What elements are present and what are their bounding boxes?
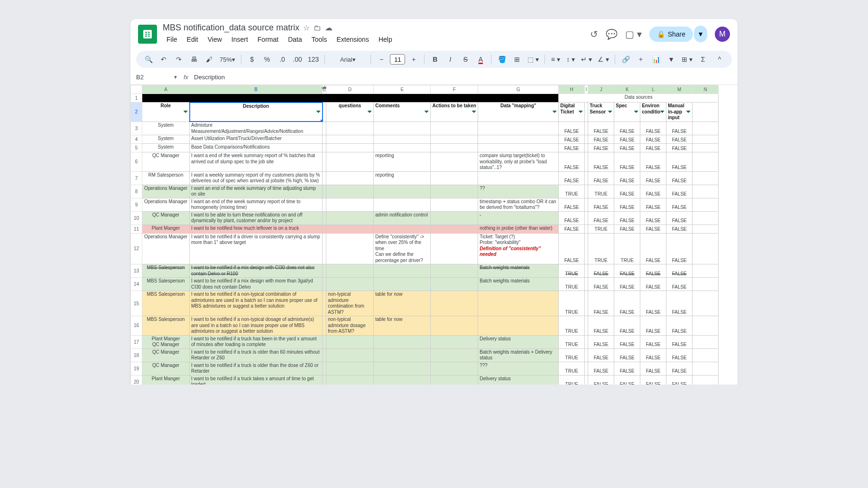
cell-mapping[interactable] — [478, 144, 559, 152]
increase-decimal-button[interactable]: .00 — [291, 53, 304, 66]
cell-description[interactable]: I want to be able to turn these notifica… — [190, 211, 323, 225]
cell-h[interactable]: FALSE — [559, 122, 585, 135]
row-header-20[interactable]: 20 — [131, 375, 142, 385]
header-truck-sensor[interactable]: Truck Sensor⏷ — [588, 103, 614, 122]
redo-button[interactable]: ↷ — [172, 53, 185, 66]
cell-description[interactable]: I want to be notified if a truck is olde… — [190, 348, 323, 362]
row-header-5[interactable]: 5 — [131, 144, 142, 152]
cell-actions[interactable] — [431, 335, 478, 348]
cell-k[interactable]: TRUE — [614, 233, 640, 264]
more-formats-button[interactable]: 123 — [306, 53, 321, 66]
row-header-18[interactable]: 18 — [131, 348, 142, 362]
cell-h[interactable]: TRUE — [559, 316, 585, 336]
cell-j[interactable]: FALSE — [588, 348, 614, 362]
cell-j[interactable]: FALSE — [588, 144, 614, 152]
cell-m[interactable]: FALSE — [666, 171, 693, 185]
cell-actions[interactable] — [431, 171, 478, 185]
cell-j[interactable]: FALSE — [588, 152, 614, 172]
row-header-7[interactable]: 7 — [131, 171, 142, 185]
cell-questions[interactable] — [326, 152, 374, 172]
cell-l[interactable]: FALSE — [640, 171, 666, 185]
cell-m[interactable]: FALSE — [666, 233, 693, 264]
cell-j[interactable]: TRUE — [588, 185, 614, 198]
cell-k[interactable]: FALSE — [614, 362, 640, 375]
cell-questions[interactable] — [326, 233, 374, 264]
cell-k[interactable]: FALSE — [614, 375, 640, 385]
cell-h[interactable]: TRUE — [559, 278, 585, 291]
cell-m[interactable]: FALSE — [666, 291, 693, 316]
cell-description[interactable]: Asset Utilization Plant/Truck/Driver/Bat… — [190, 135, 323, 144]
cell-mapping[interactable]: Batch weights materials — [478, 264, 559, 278]
cell-mapping[interactable] — [478, 135, 559, 144]
cell-l[interactable]: FALSE — [640, 135, 666, 144]
cell-comments[interactable] — [374, 264, 431, 278]
cell-k[interactable]: FALSE — [614, 152, 640, 172]
cell-questions[interactable] — [326, 122, 374, 135]
cell-h[interactable]: FALSE — [559, 198, 585, 211]
cell-j[interactable]: FALSE — [588, 171, 614, 185]
cell-j[interactable]: FALSE — [588, 375, 614, 385]
cell-role[interactable]: System — [142, 122, 190, 135]
menu-view[interactable]: View — [204, 34, 226, 45]
cell-h[interactable]: TRUE — [559, 375, 585, 385]
cell-description[interactable]: I want to be notified if a non-typical c… — [190, 291, 323, 316]
filter-icon[interactable]: ⏷ — [686, 109, 691, 115]
filter-icon[interactable]: ⏷ — [608, 109, 613, 115]
cell-actions[interactable] — [431, 185, 478, 198]
row-header-3[interactable]: 3 — [131, 122, 142, 135]
cell-mapping[interactable] — [478, 122, 559, 135]
cell-description[interactable]: I want to be notified if a truck is olde… — [190, 362, 323, 375]
zoom-select[interactable]: 75% ▾ — [218, 53, 237, 66]
row-header-14[interactable]: 14 — [131, 278, 142, 291]
cell-description[interactable]: Base Data Comparisons/Notifications — [190, 144, 323, 152]
cell-k[interactable]: FALSE — [614, 348, 640, 362]
cell-l[interactable]: FALSE — [640, 144, 666, 152]
cell-questions[interactable] — [326, 348, 374, 362]
cell-h[interactable]: TRUE — [559, 362, 585, 375]
cell-actions[interactable] — [431, 278, 478, 291]
filter-icon[interactable]: ⏷ — [660, 109, 665, 115]
comment-icon[interactable]: 💬 — [606, 28, 618, 40]
cell-questions[interactable] — [326, 144, 374, 152]
cell-questions[interactable] — [326, 225, 374, 233]
cell-comments[interactable]: table for now — [374, 316, 431, 336]
cell-role[interactable]: Operations Manager — [142, 233, 190, 264]
cell-j[interactable]: FALSE — [588, 291, 614, 316]
cell-description[interactable]: I want to be notified if a truck has bee… — [190, 335, 323, 348]
cell-role[interactable]: QC Manager — [142, 348, 190, 362]
cell-h[interactable]: FALSE — [559, 152, 585, 172]
cell-m[interactable]: FALSE — [666, 278, 693, 291]
cell-k[interactable]: FALSE — [614, 316, 640, 336]
cell-h[interactable]: FALSE — [559, 144, 585, 152]
filter-icon[interactable]: ⏷ — [634, 109, 639, 115]
cell-m[interactable]: FALSE — [666, 211, 693, 225]
merge-button[interactable]: ⬚ ▾ — [526, 53, 541, 66]
filter-icon[interactable]: ⏷ — [367, 109, 372, 115]
cell-m[interactable]: FALSE — [666, 122, 693, 135]
cell-j[interactable]: FALSE — [588, 278, 614, 291]
sheets-logo[interactable] — [138, 25, 157, 44]
cell-l[interactable]: FALSE — [640, 152, 666, 172]
cell-role[interactable]: Operations Manager — [142, 198, 190, 211]
wrap-button[interactable]: ↵ ▾ — [579, 53, 594, 66]
menu-edit[interactable]: Edit — [183, 34, 202, 45]
cell-j[interactable]: FALSE — [588, 211, 614, 225]
cell-j[interactable]: FALSE — [588, 135, 614, 144]
cell-j[interactable]: TRUE — [588, 225, 614, 233]
cell-actions[interactable] — [431, 264, 478, 278]
header-description[interactable]: Description⏷ — [190, 103, 323, 122]
cell-description[interactable]: I want a end of the week summary report … — [190, 152, 323, 172]
cell-m[interactable]: FALSE — [666, 348, 693, 362]
cell-comments[interactable] — [374, 335, 431, 348]
cell-actions[interactable] — [431, 144, 478, 152]
bold-button[interactable]: B — [428, 53, 442, 66]
cell-role[interactable]: QC Manager — [142, 211, 190, 225]
cell-questions[interactable] — [326, 171, 374, 185]
share-button[interactable]: 🔒 Share — [649, 27, 693, 42]
cell-mapping[interactable]: nothing in probe (other than water) — [478, 225, 559, 233]
cell-role[interactable]: Plant Manger — [142, 375, 190, 385]
cell-description[interactable]: I want an end of the week summary report… — [190, 198, 323, 211]
cell-role[interactable]: RM Salesperson — [142, 171, 190, 185]
cell-comments[interactable]: reporting — [374, 171, 431, 185]
cell-h[interactable]: FALSE — [559, 233, 585, 264]
